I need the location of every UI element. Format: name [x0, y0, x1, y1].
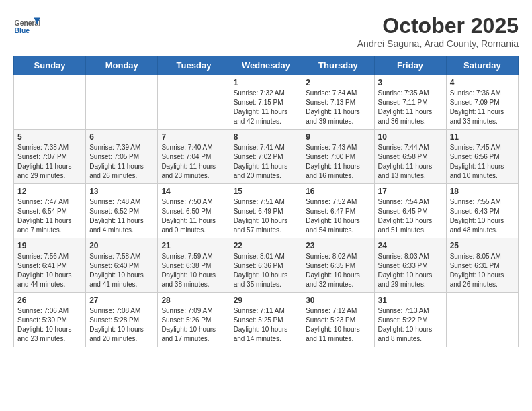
day-number: 30	[306, 295, 370, 305]
day-cell: 7Sunrise: 7:40 AMSunset: 7:04 PMDaylight…	[158, 130, 230, 184]
day-cell: 9Sunrise: 7:43 AMSunset: 7:00 PMDaylight…	[302, 130, 374, 184]
day-info: Sunrise: 7:59 AMSunset: 6:38 PMDaylight:…	[161, 252, 226, 289]
day-number: 28	[161, 295, 226, 305]
day-info: Sunrise: 7:06 AMSunset: 5:30 PMDaylight:…	[17, 306, 82, 344]
day-number: 11	[450, 132, 515, 142]
day-cell: 16Sunrise: 7:52 AMSunset: 6:47 PMDayligh…	[302, 184, 374, 238]
day-info: Sunrise: 8:02 AMSunset: 6:35 PMDaylight:…	[306, 252, 370, 289]
day-cell	[446, 293, 518, 347]
page-header: General Blue October 2025 Andrei Saguna,…	[13, 13, 519, 49]
day-number: 14	[161, 187, 226, 196]
day-info: Sunrise: 7:32 AMSunset: 7:15 PMDaylight:…	[234, 89, 299, 126]
logo: General Blue	[13, 13, 40, 40]
week-row-0: 1Sunrise: 7:32 AMSunset: 7:15 PMDaylight…	[14, 75, 519, 130]
day-info: Sunrise: 7:39 AMSunset: 7:05 PMDaylight:…	[89, 143, 154, 181]
day-cell: 30Sunrise: 7:12 AMSunset: 5:23 PMDayligh…	[302, 293, 374, 347]
day-cell: 13Sunrise: 7:48 AMSunset: 6:52 PMDayligh…	[86, 184, 158, 238]
day-cell: 2Sunrise: 7:34 AMSunset: 7:13 PMDaylight…	[302, 75, 374, 130]
weekday-header-saturday: Saturday	[446, 56, 518, 75]
week-row-4: 26Sunrise: 7:06 AMSunset: 5:30 PMDayligh…	[14, 293, 519, 347]
day-number: 26	[17, 295, 82, 305]
week-row-1: 5Sunrise: 7:38 AMSunset: 7:07 PMDaylight…	[14, 130, 519, 184]
day-info: Sunrise: 7:09 AMSunset: 5:26 PMDaylight:…	[161, 306, 226, 344]
day-info: Sunrise: 7:34 AMSunset: 7:13 PMDaylight:…	[306, 89, 370, 126]
day-cell: 26Sunrise: 7:06 AMSunset: 5:30 PMDayligh…	[14, 293, 86, 347]
day-cell: 17Sunrise: 7:54 AMSunset: 6:45 PMDayligh…	[374, 184, 446, 238]
day-info: Sunrise: 7:44 AMSunset: 6:58 PMDaylight:…	[378, 143, 443, 181]
day-cell: 23Sunrise: 8:02 AMSunset: 6:35 PMDayligh…	[302, 238, 374, 293]
day-number: 21	[161, 241, 226, 250]
day-number: 4	[450, 78, 515, 87]
day-number: 5	[17, 132, 82, 142]
day-number: 7	[161, 132, 226, 142]
day-info: Sunrise: 7:35 AMSunset: 7:11 PMDaylight:…	[378, 89, 443, 126]
day-info: Sunrise: 7:56 AMSunset: 6:41 PMDaylight:…	[17, 252, 82, 289]
day-cell: 11Sunrise: 7:45 AMSunset: 6:56 PMDayligh…	[446, 130, 518, 184]
day-info: Sunrise: 7:38 AMSunset: 7:07 PMDaylight:…	[17, 143, 82, 181]
day-cell: 18Sunrise: 7:55 AMSunset: 6:43 PMDayligh…	[446, 184, 518, 238]
title-area: October 2025 Andrei Saguna, Arad County,…	[357, 13, 519, 49]
day-cell: 21Sunrise: 7:59 AMSunset: 6:38 PMDayligh…	[158, 238, 230, 293]
day-number: 2	[306, 78, 370, 87]
day-cell: 5Sunrise: 7:38 AMSunset: 7:07 PMDaylight…	[14, 130, 86, 184]
weekday-header-friday: Friday	[374, 56, 446, 75]
day-number: 9	[306, 132, 370, 142]
day-info: Sunrise: 7:50 AMSunset: 6:50 PMDaylight:…	[161, 197, 226, 235]
day-number: 25	[450, 241, 515, 250]
day-info: Sunrise: 7:47 AMSunset: 6:54 PMDaylight:…	[17, 197, 82, 235]
weekday-header-wednesday: Wednesday	[230, 56, 302, 75]
day-info: Sunrise: 8:05 AMSunset: 6:31 PMDaylight:…	[450, 252, 515, 289]
calendar-table: SundayMondayTuesdayWednesdayThursdayFrid…	[13, 56, 519, 347]
day-number: 12	[17, 187, 82, 196]
day-number: 24	[378, 241, 443, 250]
day-info: Sunrise: 7:43 AMSunset: 7:00 PMDaylight:…	[306, 143, 370, 181]
day-info: Sunrise: 7:58 AMSunset: 6:40 PMDaylight:…	[89, 252, 154, 289]
day-cell: 28Sunrise: 7:09 AMSunset: 5:26 PMDayligh…	[158, 293, 230, 347]
day-cell: 19Sunrise: 7:56 AMSunset: 6:41 PMDayligh…	[14, 238, 86, 293]
day-cell: 12Sunrise: 7:47 AMSunset: 6:54 PMDayligh…	[14, 184, 86, 238]
day-cell: 27Sunrise: 7:08 AMSunset: 5:28 PMDayligh…	[86, 293, 158, 347]
day-cell: 22Sunrise: 8:01 AMSunset: 6:36 PMDayligh…	[230, 238, 302, 293]
day-number: 6	[89, 132, 154, 142]
day-number: 3	[378, 78, 443, 87]
day-info: Sunrise: 7:54 AMSunset: 6:45 PMDaylight:…	[378, 197, 443, 235]
day-info: Sunrise: 7:48 AMSunset: 6:52 PMDaylight:…	[89, 197, 154, 235]
weekday-header-monday: Monday	[86, 56, 158, 75]
day-info: Sunrise: 8:01 AMSunset: 6:36 PMDaylight:…	[234, 252, 299, 289]
day-number: 15	[234, 187, 299, 196]
day-cell: 3Sunrise: 7:35 AMSunset: 7:11 PMDaylight…	[374, 75, 446, 130]
day-info: Sunrise: 7:11 AMSunset: 5:25 PMDaylight:…	[234, 306, 299, 344]
weekday-header-sunday: Sunday	[14, 56, 86, 75]
day-number: 13	[89, 187, 154, 196]
week-row-3: 19Sunrise: 7:56 AMSunset: 6:41 PMDayligh…	[14, 238, 519, 293]
day-cell: 1Sunrise: 7:32 AMSunset: 7:15 PMDaylight…	[230, 75, 302, 130]
weekday-header-row: SundayMondayTuesdayWednesdayThursdayFrid…	[14, 56, 519, 75]
day-number: 27	[89, 295, 154, 305]
day-cell: 24Sunrise: 8:03 AMSunset: 6:33 PMDayligh…	[374, 238, 446, 293]
day-cell	[158, 75, 230, 130]
logo-icon: General Blue	[13, 13, 40, 40]
day-number: 16	[306, 187, 370, 196]
day-info: Sunrise: 7:51 AMSunset: 6:49 PMDaylight:…	[234, 197, 299, 235]
month-title: October 2025	[357, 13, 519, 38]
day-number: 8	[234, 132, 299, 142]
weekday-header-tuesday: Tuesday	[158, 56, 230, 75]
day-info: Sunrise: 7:45 AMSunset: 6:56 PMDaylight:…	[450, 143, 515, 181]
day-info: Sunrise: 7:40 AMSunset: 7:04 PMDaylight:…	[161, 143, 226, 181]
day-info: Sunrise: 7:08 AMSunset: 5:28 PMDaylight:…	[89, 306, 154, 344]
day-cell: 14Sunrise: 7:50 AMSunset: 6:50 PMDayligh…	[158, 184, 230, 238]
day-cell	[86, 75, 158, 130]
day-info: Sunrise: 7:36 AMSunset: 7:09 PMDaylight:…	[450, 89, 515, 126]
day-info: Sunrise: 7:12 AMSunset: 5:23 PMDaylight:…	[306, 306, 370, 344]
day-cell: 15Sunrise: 7:51 AMSunset: 6:49 PMDayligh…	[230, 184, 302, 238]
day-cell: 31Sunrise: 7:13 AMSunset: 5:22 PMDayligh…	[374, 293, 446, 347]
day-number: 29	[234, 295, 299, 305]
day-number: 17	[378, 187, 443, 196]
day-cell	[14, 75, 86, 130]
day-info: Sunrise: 7:41 AMSunset: 7:02 PMDaylight:…	[234, 143, 299, 181]
day-info: Sunrise: 8:03 AMSunset: 6:33 PMDaylight:…	[378, 252, 443, 289]
day-cell: 8Sunrise: 7:41 AMSunset: 7:02 PMDaylight…	[230, 130, 302, 184]
location-subtitle: Andrei Saguna, Arad County, Romania	[357, 38, 519, 49]
day-number: 18	[450, 187, 515, 196]
day-cell: 29Sunrise: 7:11 AMSunset: 5:25 PMDayligh…	[230, 293, 302, 347]
